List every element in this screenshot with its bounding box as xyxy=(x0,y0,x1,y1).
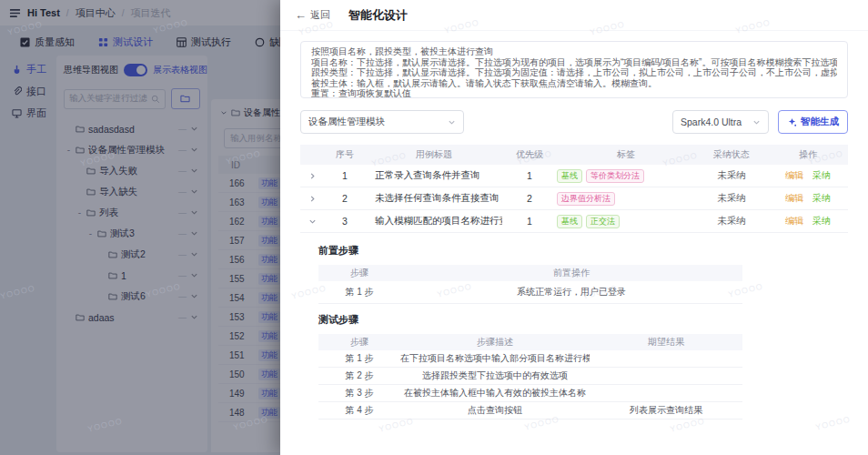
generation-controls: 设备属性管理模块 Spark4.0 Ultra 智能生成 xyxy=(300,110,848,134)
usecase-tag: 正交法 xyxy=(586,215,620,228)
usecase-tag: 基线 xyxy=(557,215,582,228)
usecase-row[interactable]: 1正常录入查询条件并查询1基线等价类划分法未采纳编辑采纳 xyxy=(300,165,848,187)
description-line: 按照项目名称，跟投类型，被投主体进行查询 xyxy=(311,46,837,57)
generate-button[interactable]: 智能生成 xyxy=(778,110,848,134)
step-desc: 在下拉项目名称选项中输入部分项目名称进行模糊搜索 xyxy=(400,352,590,365)
model-select-value: Spark4.0 Ultra xyxy=(681,116,747,127)
test-step-row: 第 3 步在被投主体输入框中输入有效的被投主体名称 xyxy=(318,385,742,402)
usecase-tag: 边界值分析法 xyxy=(557,192,615,206)
col-header-no: 序号 xyxy=(324,148,366,161)
drawer-header: ←返回 智能化设计 xyxy=(280,0,868,31)
smart-design-drawer: ←返回 智能化设计 按照项目名称，跟投类型，被投主体进行查询项目名称：下拉选择，… xyxy=(280,0,868,455)
usecase-detail: 前置步骤 步骤前置操作第 1 步系统正常运行，用户已登录 测试步骤 步骤步骤描述… xyxy=(318,244,742,420)
test-steps-table: 步骤步骤描述期望结果第 1 步在下拉项目名称选项中输入部分项目名称进行模糊搜索第… xyxy=(318,334,742,420)
usecase-status: 未采纳 xyxy=(695,215,768,228)
col-header-status: 采纳状态 xyxy=(695,148,768,161)
module-select[interactable]: 设备属性管理模块 xyxy=(300,110,464,134)
usecase-tag: 等价类划分法 xyxy=(586,169,644,183)
usecase-status: 未采纳 xyxy=(695,192,768,205)
col-header-tags: 标签 xyxy=(557,148,695,161)
pre-steps-title: 前置步骤 xyxy=(318,244,742,258)
usecase-title: 正常录入查询条件并查询 xyxy=(366,169,502,182)
magic-icon xyxy=(787,117,797,127)
step-no: 第 4 步 xyxy=(318,404,400,417)
usecase-no: 2 xyxy=(324,193,366,204)
chevron-down-icon xyxy=(448,118,456,126)
generate-label: 智能生成 xyxy=(801,116,839,128)
usecase-priority: 1 xyxy=(502,216,557,227)
requirement-description: 按照项目名称，跟投类型，被投主体进行查询项目名称：下拉选择，默认展示请选择。下拉… xyxy=(300,41,848,98)
back-button[interactable]: ←返回 xyxy=(295,8,330,22)
test-step-row: 第 1 步在下拉项目名称选项中输入部分项目名称进行模糊搜索 xyxy=(318,350,742,368)
description-line: 跟投类型：下拉选择，默认显示请选择。下拉选项为固定值：请选择，上市公司，拟上市公… xyxy=(311,67,837,78)
step-no: 第 1 步 xyxy=(318,352,400,365)
step-desc: 点击查询按钮 xyxy=(400,404,590,417)
step-action: 系统正常运行，用户已登录 xyxy=(400,286,742,298)
step-desc: 在被投主体输入框中输入有效的被投主体名称 xyxy=(400,387,590,399)
edit-link[interactable]: 编辑 xyxy=(785,169,803,182)
usecase-table-rows: 1正常录入查询条件并查询1基线等价类划分法未采纳编辑采纳2未选择任何查询条件直接… xyxy=(300,165,848,233)
description-line: 被投主体：输入框，默认展示请输入。请输入状态下获取焦点清空请输入。模糊查询。 xyxy=(311,78,837,89)
step-no: 第 3 步 xyxy=(318,387,400,399)
test-step-row: 第 2 步选择跟投类型下拉选项中的有效选项 xyxy=(318,368,742,385)
adopt-link[interactable]: 采纳 xyxy=(812,169,831,182)
col-header-title: 用例标题 xyxy=(366,148,502,161)
step-expect: 列表展示查询结果 xyxy=(590,404,742,417)
step-desc: 选择跟投类型下拉选项中的有效选项 xyxy=(400,369,590,382)
step-no: 第 2 步 xyxy=(318,369,400,382)
usecase-tag: 基线 xyxy=(557,169,582,183)
back-label: 返回 xyxy=(310,8,330,22)
chevron-right-icon xyxy=(308,172,317,180)
arrow-left-icon: ← xyxy=(295,9,307,21)
adopt-link[interactable]: 采纳 xyxy=(812,215,831,228)
screen: Hi Test / 项目中心 / 项目迭代 质量感知测试设计测试执行缺陷跟踪流程… xyxy=(0,0,868,455)
usecase-row[interactable]: 3输入模糊匹配的项目名称进行查询1基线正交法未采纳编辑采纳 xyxy=(300,210,848,233)
adopt-link[interactable]: 采纳 xyxy=(812,192,831,205)
model-select[interactable]: Spark4.0 Ultra xyxy=(672,110,769,134)
pre-steps-table: 步骤前置操作第 1 步系统正常运行，用户已登录 xyxy=(318,265,742,304)
test-steps-title: 测试步骤 xyxy=(318,313,742,327)
edit-link[interactable]: 编辑 xyxy=(785,215,803,228)
drawer-body: 按照项目名称，跟投类型，被投主体进行查询项目名称：下拉选择，默认展示请选择。下拉… xyxy=(280,31,868,420)
usecase-table: 序号用例标题优先级标签采纳状态操作 1正常录入查询条件并查询1基线等价类划分法未… xyxy=(300,145,848,233)
usecase-title: 未选择任何查询条件直接查询 xyxy=(366,192,502,205)
col-header-ops: 操作 xyxy=(768,148,848,161)
module-select-value: 设备属性管理模块 xyxy=(308,116,442,128)
chevron-down-icon xyxy=(752,118,761,126)
description-line: 重置：查询项恢复默认值 xyxy=(311,88,837,98)
description-line: 项目名称：下拉选择，默认展示请选择。下拉选项为现有的项目，选项展示为“项目编码/… xyxy=(311,57,837,68)
step-no: 第 1 步 xyxy=(318,286,400,298)
usecase-priority: 2 xyxy=(502,193,557,204)
col-header-priority: 优先级 xyxy=(502,148,557,161)
usecase-row[interactable]: 2未选择任何查询条件直接查询2边界值分析法未采纳编辑采纳 xyxy=(300,187,848,210)
drawer-title: 智能化设计 xyxy=(348,7,408,24)
usecase-no: 3 xyxy=(324,216,366,227)
usecase-table-header: 序号用例标题优先级标签采纳状态操作 xyxy=(300,145,848,165)
usecase-title: 输入模糊匹配的项目名称进行查询 xyxy=(366,215,502,228)
chevron-right-icon xyxy=(308,195,317,203)
chevron-down-icon xyxy=(308,217,317,226)
usecase-status: 未采纳 xyxy=(695,169,768,182)
test-step-row: 第 4 步点击查询按钮列表展示查询结果 xyxy=(318,402,742,420)
usecase-priority: 1 xyxy=(502,170,557,181)
pre-steps-header: 步骤前置操作 xyxy=(318,265,742,281)
test-steps-header: 步骤步骤描述期望结果 xyxy=(318,334,742,350)
usecase-no: 1 xyxy=(324,170,366,181)
pre-step-row: 第 1 步系统正常运行，用户已登录 xyxy=(318,281,742,304)
edit-link[interactable]: 编辑 xyxy=(785,192,803,205)
